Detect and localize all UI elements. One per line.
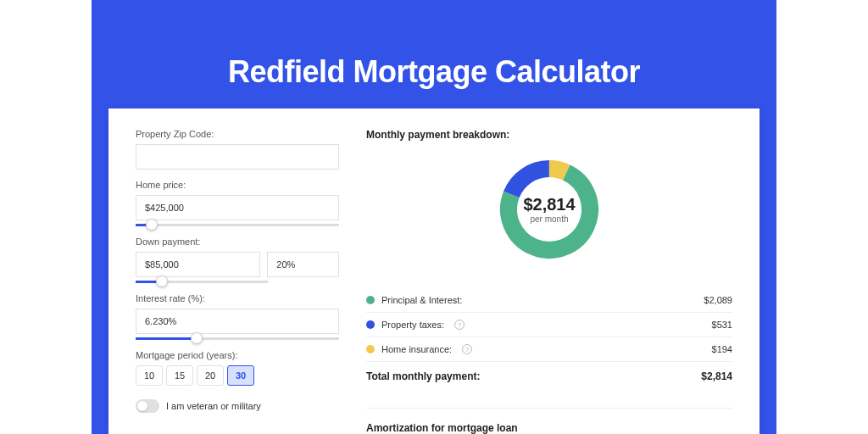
breakdown-title: Monthly payment breakdown: [366,129,732,141]
total-label: Total monthly payment: [366,370,480,382]
down-payment-pct-input[interactable] [267,252,339,277]
veteran-toggle[interactable] [136,399,159,413]
toggle-knob [137,401,147,411]
period-label: Mortgage period (years): [136,350,339,360]
legend-dot [366,345,375,353]
home-price-slider[interactable] [136,224,339,226]
legend-dot [366,320,375,329]
down-payment-label: Down payment: [136,236,339,247]
legend-label: Property taxes: [381,320,444,330]
period-20[interactable]: 20 [197,365,224,386]
calculator-card: Property Zip Code: Home price: Down paym… [108,108,760,434]
period-30[interactable]: 30 [227,365,254,386]
legend-value: $2,089 [704,295,732,305]
total-value: $2,814 [701,370,732,382]
legend-row-1: Property taxes:?$531 [366,313,732,337]
legend-row-2: Home insurance:?$194 [366,337,732,362]
info-icon[interactable]: ? [462,344,472,354]
period-10[interactable]: 10 [136,365,163,386]
page-title: Redfield Mortgage Calculator [0,54,868,90]
amort-title: Amortization for mortgage loan [366,422,732,434]
home-price-slider-thumb[interactable] [146,219,158,231]
period-15[interactable]: 15 [166,365,193,386]
zip-input[interactable] [136,144,339,170]
legend-value: $194 [712,344,732,354]
legend-value: $531 [712,320,732,330]
interest-slider[interactable] [136,337,339,340]
down-payment-input[interactable] [136,252,260,277]
interest-label: Interest rate (%): [136,293,339,303]
zip-label: Property Zip Code: [136,129,339,139]
legend-label: Home insurance: [381,344,452,354]
donut-center-amount: $2,814 [523,195,575,214]
info-icon[interactable]: ? [454,320,465,330]
veteran-label: I am veteran or military [166,401,261,411]
inputs-column: Property Zip Code: Home price: Down paym… [136,129,339,414]
interest-slider-thumb[interactable] [191,332,203,344]
down-payment-slider[interactable] [136,281,268,283]
legend-row-0: Principal & Interest:$2,089 [366,288,732,313]
legend-label: Principal & Interest: [381,295,462,305]
interest-input[interactable] [136,309,339,334]
breakdown-column: Monthly payment breakdown: $2,814 per mo… [366,129,732,414]
home-price-label: Home price: [136,180,339,190]
home-price-input[interactable] [136,195,339,220]
donut-center-sub: per month [523,214,575,224]
legend-dot [366,296,375,304]
down-payment-slider-thumb[interactable] [156,275,168,287]
donut-chart: $2,814 per month [366,154,732,264]
